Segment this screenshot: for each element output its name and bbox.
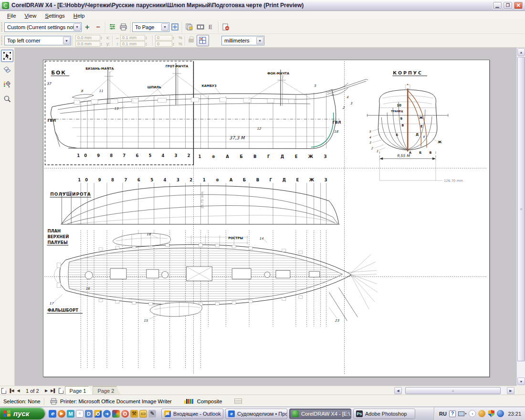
callout-l4: 4 — [369, 136, 371, 139]
menu-settings[interactable]: Settings — [41, 12, 69, 19]
svg-text:E: E — [208, 24, 212, 31]
spinner-icon: ▴▾ — [146, 41, 150, 47]
outlook-icon[interactable]: O — [94, 410, 102, 418]
vertical-scrollbar[interactable]: ▲ ▼ — [516, 48, 525, 386]
next-page-button[interactable]: ▶ — [43, 388, 50, 393]
scroll-down-button[interactable]: ▼ — [517, 378, 525, 385]
station-10: 10 — [397, 104, 401, 107]
zoom-tool[interactable] — [1, 93, 13, 105]
scale-fields: 0 ▴▾ % 0 ▴▾ % — [155, 35, 182, 47]
sheet-options-icon — [108, 23, 116, 31]
selection-marquee[interactable] — [45, 61, 193, 165]
callout-12: 12 — [257, 127, 261, 131]
scroll-up-button[interactable]: ▲ — [517, 48, 525, 56]
update-icon[interactable] — [478, 410, 485, 417]
security-shield-icon[interactable] — [488, 410, 494, 417]
zoom-to-fit-button[interactable] — [169, 21, 180, 32]
tab-page-1[interactable]: Page 1 — [65, 386, 93, 395]
notepad-icon[interactable]: ≡ — [76, 410, 84, 418]
chevron-down-icon[interactable]: ▼ — [161, 23, 168, 31]
scale-x-field: 0 — [155, 35, 172, 41]
scroll-right-button[interactable]: ▶ — [507, 387, 514, 394]
enable-separations-button[interactable] — [184, 21, 195, 32]
help-icon[interactable]: ? — [449, 410, 456, 417]
pen-tablet-icon[interactable]: ✎ — [148, 410, 156, 418]
toolbar-separator — [130, 22, 131, 32]
paint-icon[interactable] — [112, 410, 120, 418]
menu-file[interactable]: File — [3, 12, 21, 19]
size-height-field: 0.1 mm — [120, 41, 145, 47]
restore-button[interactable]: ❐ — [503, 1, 513, 10]
add-page-icon[interactable] — [59, 388, 63, 394]
marks-placement-tool[interactable] — [1, 78, 13, 91]
spinner-icon: ▴▾ — [101, 41, 105, 47]
first-page-button[interactable]: ▐◀ — [8, 388, 15, 393]
chevron-down-icon[interactable]: ▼ — [63, 37, 70, 44]
internet-explorer-icon[interactable]: e — [49, 410, 56, 418]
hide-icons-chevron[interactable]: ‹ — [469, 410, 476, 417]
scroll-left-button[interactable]: ◀ — [394, 387, 402, 394]
menu-view[interactable]: View — [21, 12, 41, 19]
previous-page-button[interactable]: ◀ — [15, 388, 22, 393]
outlook-icon: ✉ — [164, 410, 171, 417]
last-page-button[interactable]: ▶▌ — [50, 388, 57, 393]
chevron-down-icon[interactable]: ▼ — [74, 23, 81, 31]
size-width-field: 0.1 mm — [120, 35, 145, 41]
horizontal-scrollbar[interactable]: ◀ ▶ — [394, 387, 514, 395]
media-player-icon[interactable]: ▶ — [58, 410, 65, 418]
add-print-style-button[interactable]: ＋ — [82, 21, 93, 32]
opera-icon[interactable]: O — [121, 410, 129, 418]
messenger-icon[interactable]: M — [67, 410, 74, 418]
language-indicator[interactable]: RU — [439, 411, 447, 417]
close-print-preview-button[interactable] — [220, 21, 231, 32]
mirror-button[interactable]: EE — [206, 21, 217, 32]
document-viewer-icon[interactable]: D — [85, 410, 93, 418]
task-coreldraw[interactable]: CorelDRAW X4 - [E:\... — [289, 409, 351, 419]
go-to-page-icon[interactable] — [1, 388, 6, 394]
print-tiled-pages-button[interactable] — [197, 35, 209, 46]
page-preview[interactable]: БОК 37 БИЗАНЬ-МАЧТА ГРОТ-МАЧТА ФОК-МАЧТА… — [43, 60, 490, 377]
utility-icon[interactable]: ⚒ — [130, 410, 138, 418]
units-combo[interactable]: millimeters ▼ — [221, 36, 264, 45]
delete-print-style-button[interactable]: － — [93, 21, 104, 32]
task-photoshop[interactable]: Ps Adobe Photoshop — [353, 409, 415, 419]
print-options-icon[interactable] — [107, 21, 118, 32]
toolbar-grip[interactable] — [1, 22, 2, 32]
spinner-icon: ▴▾ — [101, 35, 105, 41]
print-style-combo[interactable]: Custom (Current settings not s... ▼ — [4, 22, 82, 32]
position-x-field: 0.0 mm — [75, 35, 100, 41]
vertical-scroll-thumb[interactable] — [517, 57, 525, 361]
start-button[interactable]: пуск — [0, 408, 45, 420]
tab-page-2[interactable]: Page 2 — [93, 386, 121, 395]
display-icon[interactable] — [458, 411, 464, 416]
deck-callout-17: 17 — [49, 302, 54, 305]
zoom-combo[interactable]: To Page ▼ — [132, 22, 169, 32]
waterline-right-label: ГВЛ — [333, 120, 341, 125]
imposition-layout-tool[interactable] — [1, 64, 13, 76]
blueprint-drawing: БОК 37 БИЗАНЬ-МАЧТА ГРОТ-МАЧТА ФОК-МАЧТА… — [43, 60, 489, 377]
toolbar-separator — [185, 35, 185, 46]
invert-button[interactable] — [195, 21, 206, 32]
capstan-label: ШПИЛЬ — [147, 85, 161, 89]
horizontal-scroll-thumb[interactable] — [405, 387, 501, 394]
network-icon[interactable] — [497, 410, 504, 417]
minimize-button[interactable]: ▁ — [493, 1, 502, 10]
folder-icon[interactable]: ▭ — [139, 410, 147, 418]
browser-icon[interactable]: ➔ — [103, 410, 111, 418]
task-outlook[interactable]: ✉ Входящие - Outlook ... — [161, 409, 223, 419]
deck-title-1: ПЛАН — [47, 229, 61, 233]
toolbar-grip[interactable] — [1, 36, 2, 45]
chevron-down-icon[interactable]: ▼ — [256, 37, 263, 44]
close-button[interactable]: ✕ — [514, 1, 523, 10]
horizontal-scroll-track[interactable] — [402, 387, 506, 394]
pick-tool[interactable] — [1, 50, 13, 62]
status-bar: Selection: None Printer: Microsoft Offic… — [0, 395, 525, 407]
print-button[interactable] — [118, 21, 129, 32]
plus-icon: ＋ — [84, 22, 91, 32]
position-fields: 0.0 mm ▴▾ x: 0.0 mm ▴▾ y: — [75, 35, 110, 47]
task-browser[interactable]: e Судомоделизм • Про... — [225, 409, 287, 419]
image-position-combo[interactable]: Top left corner ▼ — [4, 36, 71, 45]
callout-4: 4 — [346, 95, 348, 99]
menu-help[interactable]: Help — [69, 12, 89, 19]
callout-l3: 3 — [369, 141, 371, 145]
